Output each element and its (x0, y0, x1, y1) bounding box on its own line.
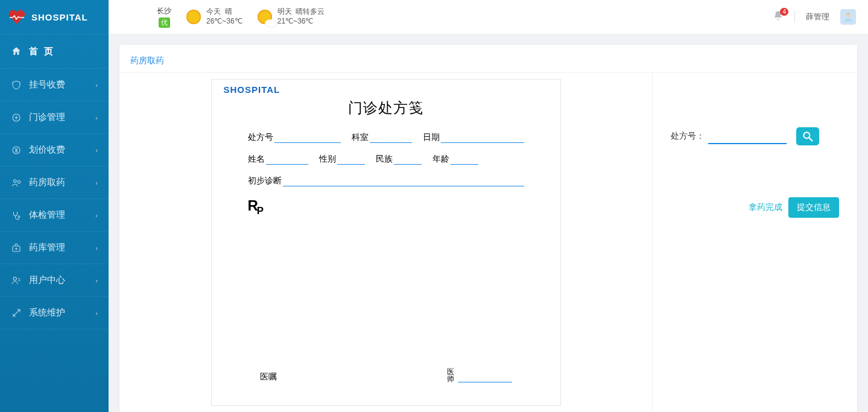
svg-line-9 (809, 138, 813, 141)
prescription-pane: SHOSPITAL 门诊处方笺 处方号 科室 日期 姓名 性别 民族 年龄 初 (119, 73, 652, 412)
chevron-right-icon: › (95, 309, 98, 317)
svg-point-2 (14, 179, 17, 182)
logo-text: SHOSPITAL (31, 12, 88, 22)
sidebar-item-outpatient[interactable]: 门诊管理 › (0, 101, 109, 134)
rx-dx-value (283, 174, 524, 186)
sidebar-item-label: 药库管理 (29, 242, 88, 253)
rx-sex-label: 性别 (319, 154, 336, 165)
rx-dx-label: 初步诊断 (248, 176, 282, 186)
aqi-badge: 优 (159, 17, 170, 28)
sidebar-item-register[interactable]: 挂号收费 › (0, 69, 109, 101)
weather-city: 长沙 优 (157, 6, 171, 28)
weather-tomorrow: 明天 晴转多云 21℃~36℃ (256, 7, 325, 26)
rx-doctor-value (458, 370, 512, 382)
home-icon (11, 46, 22, 57)
notification-count: 4 (780, 8, 788, 16)
sidebar-item-pricing[interactable]: 划价收费 › (0, 134, 109, 166)
sidebar-item-label: 挂号收费 (29, 79, 88, 90)
logo: SHOSPITAL (0, 0, 109, 34)
rx-dept-value (370, 131, 412, 143)
chevron-right-icon: › (95, 81, 98, 89)
rx-body-area (224, 217, 548, 368)
rx-sex-value (337, 153, 365, 165)
chevron-right-icon: › (95, 277, 98, 284)
sidebar-item-label: 划价收费 (29, 144, 88, 156)
city-name: 长沙 (157, 6, 171, 16)
topbar: 长沙 优 今天 晴 26℃~36℃ 明天 晴转多云 21℃~36℃ 4 薛管理 (109, 0, 868, 34)
rx-age-label: 年龄 (432, 154, 449, 165)
chevron-right-icon: › (95, 179, 98, 186)
divider (794, 11, 795, 23)
medkit-icon (11, 242, 22, 253)
rx-date-value (441, 131, 524, 143)
action-pane: 处方号： 拿药完成 提交信息 (652, 73, 857, 412)
tools-icon (11, 308, 22, 319)
rp-symbol: RP (248, 197, 548, 217)
prescription-no-input[interactable] (708, 128, 787, 144)
sidebar: SHOSPITAL 首 页 挂号收费 › 门诊管理 › 划价收费 › 药房取药 … (0, 0, 109, 412)
rx-advice-label: 医嘱 (260, 372, 277, 382)
rx-nation-value (394, 153, 422, 165)
rx-name-value (266, 153, 308, 165)
search-button[interactable] (796, 127, 819, 145)
avatar[interactable] (840, 9, 856, 25)
weather-today: 今天 晴 26℃~36℃ (185, 7, 242, 26)
rx-name-label: 姓名 (248, 154, 265, 165)
sidebar-item-label: 体检管理 (29, 209, 88, 221)
rx-title: 门诊处方笺 (224, 98, 548, 118)
chevron-right-icon: › (95, 114, 98, 121)
weather: 长沙 优 今天 晴 26℃~36℃ 明天 晴转多云 21℃~36℃ (157, 6, 325, 28)
current-user[interactable]: 薛管理 (806, 11, 829, 22)
svg-point-3 (18, 215, 20, 217)
rx-brand: SHOSPITAL (224, 84, 548, 95)
main: 药房取药 SHOSPITAL 门诊处方笺 处方号 科室 日期 姓名 性别 民族 … (109, 34, 868, 412)
search-icon (802, 130, 814, 142)
sidebar-item-label: 药房取药 (29, 177, 88, 188)
stethoscope-icon (11, 210, 22, 221)
rx-dept-label: 科室 (352, 132, 369, 143)
rx-no-value (274, 131, 341, 143)
user-icon (11, 275, 22, 286)
panel-title: 药房取药 (119, 45, 857, 72)
rx-nation-label: 民族 (376, 154, 393, 165)
sidebar-item-home[interactable]: 首 页 (0, 34, 109, 69)
rx-date-label: 日期 (423, 132, 440, 143)
sidebar-item-system[interactable]: 系统维护 › (0, 297, 109, 329)
sidebar-item-checkup[interactable]: 体检管理 › (0, 199, 109, 232)
pharmacy-icon (11, 177, 22, 188)
notifications-button[interactable]: 4 (773, 10, 784, 24)
submit-button[interactable]: 提交信息 (788, 197, 839, 218)
chevron-right-icon: › (95, 244, 98, 252)
svg-rect-7 (847, 13, 850, 14)
rx-age-value (451, 153, 478, 165)
chevron-right-icon: › (95, 212, 98, 219)
plus-icon (11, 112, 22, 123)
rx-doctor-label: 医师 (447, 368, 454, 382)
sidebar-item-label: 系统维护 (29, 307, 88, 319)
sun-icon (185, 8, 203, 26)
sun-cloud-icon (256, 8, 274, 26)
sidebar-item-user[interactable]: 用户中心 › (0, 264, 109, 297)
chevron-right-icon: › (95, 147, 98, 154)
sidebar-item-label: 用户中心 (29, 274, 88, 286)
yuan-icon (11, 145, 22, 156)
rx-no-label: 处方号 (248, 132, 273, 143)
done-link[interactable]: 拿药完成 (749, 202, 782, 213)
sidebar-item-label: 门诊管理 (29, 112, 88, 123)
panel: 药房取药 SHOSPITAL 门诊处方笺 处方号 科室 日期 姓名 性别 民族 … (119, 45, 857, 412)
search-label: 处方号： (671, 131, 705, 142)
logo-heart-icon (8, 10, 25, 24)
sidebar-item-stock[interactable]: 药库管理 › (0, 232, 109, 264)
sidebar-item-label: 首 页 (29, 46, 98, 57)
prescription-sheet: SHOSPITAL 门诊处方笺 处方号 科室 日期 姓名 性别 民族 年龄 初 (211, 79, 561, 406)
shield-icon (11, 80, 22, 90)
svg-point-5 (13, 277, 16, 280)
sidebar-item-pharmacy[interactable]: 药房取药 › (0, 166, 109, 199)
